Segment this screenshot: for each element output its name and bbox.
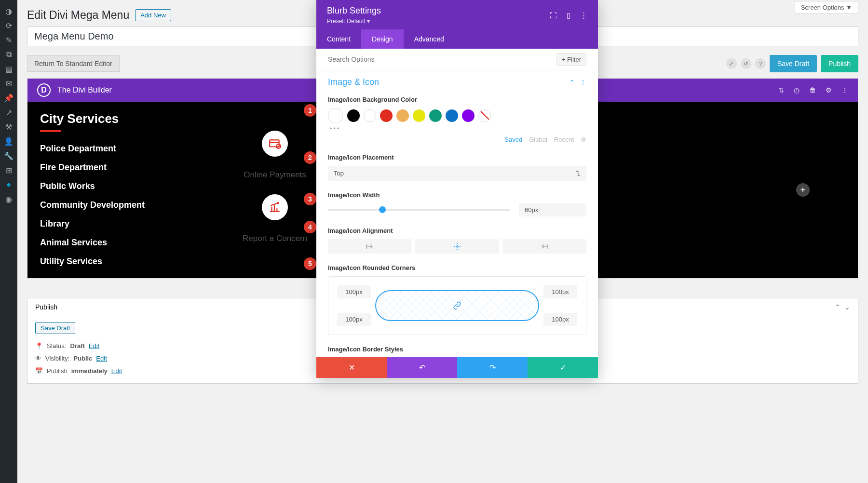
align-center-button[interactable] <box>415 239 499 254</box>
section-more-icon[interactable]: ⋮ <box>580 79 586 86</box>
list-item[interactable]: Library <box>40 219 204 229</box>
modal-save-button[interactable]: ✓ <box>528 357 598 378</box>
sidebar-comments-icon[interactable]: ✉ <box>0 76 17 91</box>
chevron-up-icon[interactable]: ⌃ <box>569 79 575 86</box>
color-recent-tab[interactable]: Recent <box>554 136 574 143</box>
list-item[interactable]: Fire Department <box>40 162 204 173</box>
list-item[interactable]: Community Development <box>40 200 204 210</box>
sidebar-media-icon[interactable]: ⧉ <box>0 47 17 62</box>
sidebar-projects-icon[interactable]: 📌 <box>0 91 17 105</box>
border-label: Image/Icon Border Styles <box>328 346 586 353</box>
callout-2: 2 <box>304 151 316 164</box>
save-draft-button[interactable]: Save Draft <box>770 55 817 72</box>
corners-label: Image/Icon Rounded Corners <box>328 264 586 271</box>
edit-status-link[interactable]: Edit <box>89 340 99 352</box>
return-standard-editor-button[interactable]: Return To Standard Editor <box>27 55 120 72</box>
align-right-button[interactable] <box>503 239 586 254</box>
gear-icon[interactable]: ⚙ <box>826 86 832 94</box>
trash-icon[interactable]: 🗑 <box>809 86 816 94</box>
color-swatch-purple[interactable] <box>462 109 475 122</box>
corner-br-input[interactable]: 100px <box>543 313 577 326</box>
sidebar-megamenu-icon[interactable]: ◉ <box>0 192 17 206</box>
screen-options-button[interactable]: Screen Options ▼ <box>795 1 858 14</box>
color-saved-tab[interactable]: Saved <box>504 136 522 143</box>
sidebar-updates-icon[interactable]: ⟳ <box>0 18 17 33</box>
color-swatch-none[interactable] <box>478 109 491 122</box>
modal-cancel-button[interactable]: ✕ <box>316 357 387 378</box>
search-options-input[interactable] <box>328 53 552 66</box>
color-swatch-black[interactable] <box>347 109 360 122</box>
expand-icon[interactable]: ⛶ <box>550 11 557 20</box>
corner-tl-input[interactable]: 100px <box>337 285 371 298</box>
tab-content[interactable]: Content <box>316 29 361 49</box>
color-swatch-white-selected[interactable] <box>328 108 343 123</box>
color-swatch-blue[interactable] <box>446 109 458 122</box>
link-icon[interactable] <box>453 301 461 310</box>
tab-advanced[interactable]: Advanced <box>404 29 455 49</box>
edit-publish-link[interactable]: Edit <box>111 365 122 377</box>
svg-rect-0 <box>270 140 279 147</box>
add-new-button[interactable]: Add New <box>135 9 171 21</box>
snap-icon[interactable]: ▯ <box>567 11 570 20</box>
sidebar-divi-icon[interactable]: ● <box>0 177 17 192</box>
modal-more-icon[interactable]: ⋮ <box>580 11 587 20</box>
color-swatch-teal[interactable] <box>429 109 442 122</box>
sidebar-pages-icon[interactable]: ▤ <box>0 62 17 76</box>
save-draft-small-button[interactable]: Save Draft <box>35 322 75 334</box>
slider-thumb[interactable] <box>379 206 386 213</box>
width-value-input[interactable]: 60px <box>519 203 586 216</box>
responsive-icon[interactable]: ⤢ <box>726 58 737 69</box>
publish-button[interactable]: Publish <box>821 55 858 72</box>
filter-button[interactable]: + Filter <box>556 53 586 66</box>
color-global-tab[interactable]: Global <box>529 136 547 143</box>
publish-label: Publish <box>47 365 68 377</box>
sidebar-tools-icon[interactable]: 🔧 <box>0 148 17 163</box>
sidebar-appearance-icon[interactable]: ↗ <box>0 105 17 120</box>
sidebar-dashboard-icon[interactable]: ◑ <box>0 4 17 18</box>
clock-icon[interactable]: ◷ <box>794 86 800 94</box>
collapse-up-icon[interactable]: ⌃ <box>835 303 841 311</box>
collapse-down-icon[interactable]: ⌄ <box>844 303 850 311</box>
sidebar-users-icon[interactable]: 👤 <box>0 134 17 148</box>
corner-bl-input[interactable]: 100px <box>337 313 371 326</box>
color-swatch-yellow[interactable] <box>413 109 425 122</box>
select-arrow-icon: ⇅ <box>575 170 581 177</box>
title-underline <box>40 130 61 132</box>
help-icon[interactable]: ? <box>755 58 766 69</box>
sort-icon[interactable]: ⇅ <box>778 86 784 94</box>
more-icon[interactable]: ⋮ <box>841 86 848 94</box>
color-gear-icon[interactable]: ⚙ <box>581 136 586 143</box>
blurb-online-payments[interactable]: Online Payments <box>243 131 307 180</box>
sidebar-posts-icon[interactable]: ✎ <box>0 33 17 47</box>
align-label: Image/Icon Alignment <box>328 227 586 234</box>
status-label: Status: <box>47 340 66 352</box>
list-item[interactable]: Police Department <box>40 144 204 154</box>
list-item[interactable]: Public Works <box>40 181 204 191</box>
width-slider[interactable] <box>328 209 510 211</box>
status-value: Draft <box>70 340 84 352</box>
history-icon[interactable]: ↺ <box>741 58 751 69</box>
sidebar-settings-icon[interactable]: ⊞ <box>0 163 17 177</box>
list-item[interactable]: Utility Services <box>40 256 204 267</box>
tab-design[interactable]: Design <box>361 29 404 49</box>
eye-icon: 👁 <box>35 352 41 365</box>
modal-redo-button[interactable]: ↷ <box>457 357 528 378</box>
modal-title: Blurb Settings <box>327 6 381 16</box>
add-module-button[interactable]: + <box>796 183 810 197</box>
section-image-icon-title[interactable]: Image & Icon <box>328 77 379 87</box>
modal-preset[interactable]: Preset: Default ▾ <box>327 18 381 25</box>
sidebar-plugins-icon[interactable]: ⚒ <box>0 120 17 134</box>
edit-visibility-link[interactable]: Edit <box>96 352 107 365</box>
color-swatch-white[interactable] <box>364 109 376 122</box>
color-swatch-red[interactable] <box>380 109 393 122</box>
modal-undo-button[interactable]: ↶ <box>387 357 457 378</box>
blurb-report-concern[interactable]: Report a Concern <box>243 194 307 243</box>
wp-admin-sidebar: ◑ ⟳ ✎ ⧉ ▤ ✉ 📌 ↗ ⚒ 👤 🔧 ⊞ ● ◉ <box>0 0 17 483</box>
placement-select[interactable]: Top ⇅ <box>328 166 586 181</box>
align-left-button[interactable] <box>328 239 411 254</box>
corner-tr-input[interactable]: 100px <box>543 285 577 298</box>
color-swatch-orange[interactable] <box>396 109 409 122</box>
list-item[interactable]: Animal Services <box>40 238 204 248</box>
color-more-dots[interactable]: • • • <box>328 123 586 132</box>
placement-value: Top <box>334 170 344 177</box>
